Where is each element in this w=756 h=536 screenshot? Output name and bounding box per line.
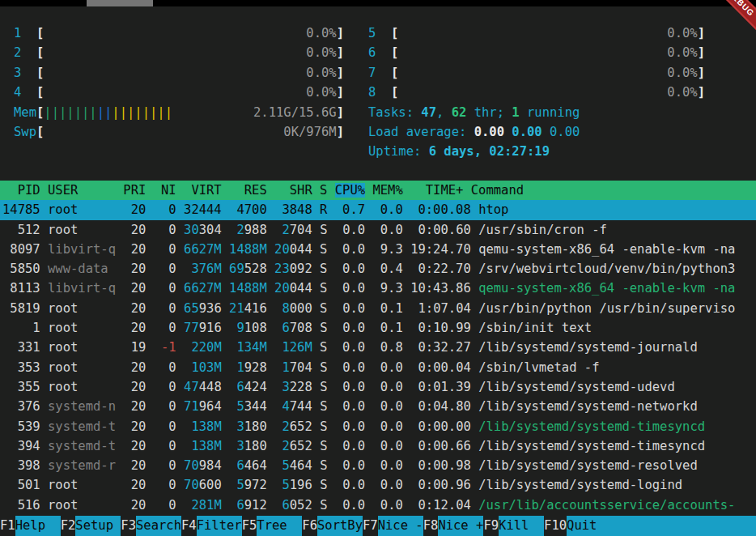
fkey-label-filter[interactable]: Filter: [197, 516, 242, 536]
process-row-5819[interactable]: 5819 root 20 0 65936 21416 8000 S 0.0 0.…: [0, 299, 756, 318]
meter-bar-area: [44, 122, 283, 142]
cell-virt: 281M: [191, 498, 221, 513]
cell-res: 180: [244, 439, 267, 453]
cell-virt: 6627M: [184, 281, 222, 296]
column-header-pid[interactable]: PID: [2, 183, 40, 198]
cell-res: [229, 202, 236, 217]
process-row-376[interactable]: 376 systemd-n 20 0 71964 5344 4744 S 0.0…: [0, 397, 756, 416]
fkey-f3[interactable]: F3: [121, 516, 136, 536]
cell-pid: 14785: [2, 202, 40, 217]
cell-pid: 539: [2, 419, 40, 434]
meter-label: 1: [14, 23, 36, 43]
meter-open-bracket: [: [391, 43, 398, 62]
process-row-353[interactable]: 353 root 20 0 103M 1928 1704 S 0.0 0.0 0…: [0, 358, 756, 377]
process-row-501[interactable]: 501 root 20 0 70600 5972 5196 S 0.0 0.0 …: [0, 475, 756, 495]
cell-time: 0:00.04: [410, 360, 471, 375]
cell-pid: 5819: [2, 301, 40, 316]
cell-pid: 398: [2, 458, 40, 473]
process-row-1[interactable]: 1 root 20 0 77916 9108 6708 S 0.0 0.1 0:…: [0, 318, 756, 338]
column-header-res[interactable]: RES: [229, 183, 267, 198]
meter-close-bracket: ]: [337, 43, 344, 62]
cell-res: [229, 439, 236, 453]
column-header-command[interactable]: Command: [471, 183, 524, 198]
cell-user: libvirt-q: [48, 242, 116, 257]
process-row-512[interactable]: 512 root 20 0 30304 2988 2704 S 0.0 0.0 …: [0, 220, 756, 240]
meter-label: Mem: [14, 103, 36, 122]
cell-shr: 704: [290, 223, 312, 237]
cell-virt: 77: [184, 321, 199, 335]
meter-open-bracket: [: [36, 43, 44, 62]
column-separator: [176, 183, 184, 198]
cell-time: 0:00.96: [410, 478, 471, 492]
meter-open-bracket: [: [391, 83, 398, 102]
fkey-f6[interactable]: F6: [302, 516, 317, 536]
process-row-8097[interactable]: 8097 libvirt-q 20 0 6627M 1488M 20044 S …: [0, 240, 756, 259]
cell-cpu-percent: 0.0: [335, 321, 365, 335]
cell-virt: 32444: [184, 202, 222, 217]
fkey-f9[interactable]: F9: [483, 516, 499, 536]
cell-pri: 20: [123, 223, 146, 237]
cell-shr: 20: [274, 281, 290, 296]
cell-ni: 0: [154, 202, 176, 217]
cell-res: 9: [236, 321, 244, 335]
process-row-539[interactable]: 539 systemd-t 20 0 138M 3180 2652 S 0.0 …: [0, 417, 756, 436]
process-row-398[interactable]: 398 systemd-r 20 0 70984 6464 5464 S 0.0…: [0, 456, 756, 475]
fkey-f2[interactable]: F2: [61, 516, 76, 536]
top-scrollbar-thumb[interactable]: [87, 0, 153, 6]
cell-res: 6: [236, 498, 244, 513]
fkey-label-sortby[interactable]: SortBy: [317, 516, 363, 536]
cell-res: [229, 478, 236, 492]
process-row-5850[interactable]: 5850 www-data 20 0 376M 69528 23092 S 0.…: [0, 259, 756, 279]
meter-label: 3: [14, 63, 36, 83]
cell-time: 0:32.27: [410, 340, 471, 355]
memory-meter: Mem[|||||||||||||||||2.11G/15.6G]: [14, 103, 344, 122]
function-key-bar: F1Help F2Setup F3SearchF4FilterF5Tree F6…: [0, 516, 756, 536]
load-average-line-segment: [504, 125, 512, 139]
cell-shr: 3848: [282, 202, 312, 217]
column-header-user[interactable]: USER: [48, 183, 116, 198]
process-table-header[interactable]: PID USER PRI NI VIRT RES SHR S CPU% MEM%…: [0, 181, 756, 200]
meter-bar-area: [44, 43, 306, 62]
fkey-f8[interactable]: F8: [423, 516, 439, 536]
fkey-f10[interactable]: F10: [544, 516, 567, 536]
column-header-virt[interactable]: VIRT: [184, 183, 222, 198]
fkey-label-quit[interactable]: Quit: [567, 516, 756, 536]
fkey-label-nice[interactable]: Nice -: [378, 516, 423, 536]
cell-time: 0:00.00: [410, 419, 471, 434]
process-row-516[interactable]: 516 root 20 0 281M 6912 6052 S 0.0 0.0 0…: [0, 496, 756, 515]
column-separator: [327, 183, 334, 198]
fkey-label-search[interactable]: Search: [136, 516, 181, 536]
cell-shr: 044: [290, 242, 312, 257]
cell-virt: [184, 262, 191, 276]
cell-res: 464: [244, 458, 267, 473]
cell-pri: 20: [123, 439, 146, 453]
fkey-label-kill[interactable]: Kill: [499, 516, 544, 536]
cell-ni: 0: [154, 223, 176, 237]
fkey-label-help[interactable]: Help: [15, 516, 61, 536]
column-header-shr[interactable]: SHR: [274, 183, 312, 198]
column-header-mem[interactable]: MEM%: [372, 183, 402, 198]
meter-label: 8: [368, 83, 391, 102]
fkey-f7[interactable]: F7: [363, 516, 378, 536]
fkey-label-tree[interactable]: Tree: [257, 516, 302, 536]
fkey-f1[interactable]: F1: [0, 516, 15, 536]
cell-shr: 5: [282, 478, 289, 492]
process-row-14785[interactable]: 14785 root 20 0 32444 4700 3848 R 0.7 0.…: [0, 200, 756, 219]
process-row-331[interactable]: 331 root 19 -1 220M 134M 126M S 0.0 0.8 …: [0, 338, 756, 357]
column-separator: [116, 183, 123, 198]
column-header-pri[interactable]: PRI: [123, 183, 146, 198]
fkey-f5[interactable]: F5: [242, 516, 257, 536]
cell-res: 21: [229, 301, 244, 316]
column-header-time[interactable]: TIME+: [410, 183, 471, 198]
fkey-label-setup[interactable]: Setup: [75, 516, 121, 536]
process-row-355[interactable]: 355 root 20 0 47448 6424 3228 S 0.0 0.0 …: [0, 377, 756, 397]
process-row-394[interactable]: 394 systemd-t 20 0 138M 3180 2652 S 0.0 …: [0, 436, 756, 456]
column-header-ni[interactable]: NI: [154, 183, 176, 198]
fkey-f4[interactable]: F4: [181, 516, 197, 536]
cell-virt: 984: [199, 458, 222, 473]
column-header-cpu[interactable]: CPU%: [335, 183, 365, 198]
process-row-8113[interactable]: 8113 libvirt-q 20 0 6627M 1488M 20044 S …: [0, 279, 756, 298]
fkey-label-nice[interactable]: Nice +: [438, 516, 483, 536]
cell-user: systemd-r: [48, 458, 116, 473]
tasks-line-segment: 47: [421, 105, 436, 120]
